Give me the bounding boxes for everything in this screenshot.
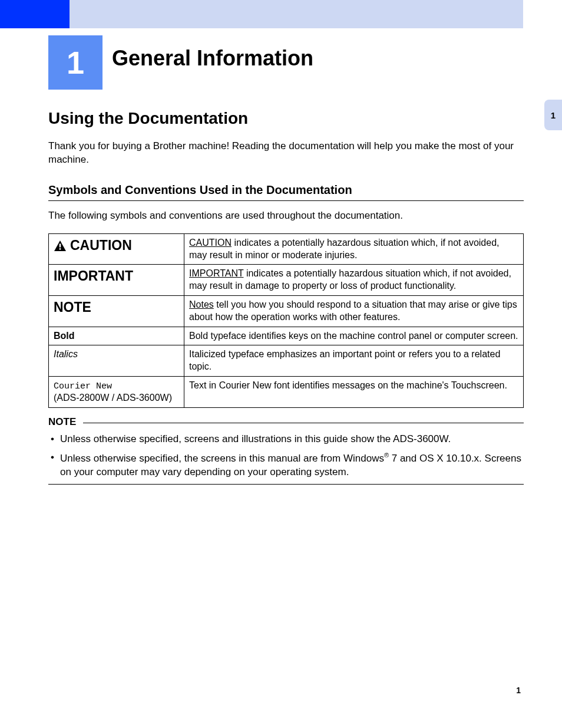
caution-text: CAUTION	[70, 237, 132, 255]
warning-icon	[54, 240, 67, 252]
courier-label-cell: Courier New (ADS-2800W / ADS-3600W)	[49, 376, 184, 407]
courier-desc: Text in Courier New font identifies mess…	[184, 376, 524, 407]
header-blue-block	[0, 0, 70, 28]
bold-desc: Bold typeface identifies keys on the mac…	[184, 327, 524, 345]
note-label: NOTE	[54, 299, 91, 317]
page-content: Using the Documentation Thank you for bu…	[48, 109, 524, 490]
note-desc: Notes tell you how you should respond to…	[184, 296, 524, 327]
svg-rect-1	[59, 248, 61, 250]
caution-label: CAUTION	[54, 237, 132, 255]
subsection-intro: The following symbols and conventions ar…	[48, 209, 524, 223]
important-label: IMPORTANT	[54, 268, 133, 285]
chapter-number-box: 1	[48, 35, 103, 90]
table-row: Bold Bold typeface identifies keys on th…	[49, 327, 524, 345]
courier-label: Courier New	[54, 381, 112, 391]
table-row: Italics Italicized typeface emphasizes a…	[49, 345, 524, 377]
list-item: Unless otherwise specified, the screens …	[48, 451, 524, 479]
note-box: NOTE Unless otherwise specified, screens…	[48, 416, 524, 490]
subsection-title: Symbols and Conventions Used in the Docu…	[48, 183, 524, 197]
section-title: Using the Documentation	[48, 109, 524, 128]
subsection-rule	[48, 200, 524, 201]
note-box-label: NOTE	[48, 416, 83, 428]
note-box-header: NOTE	[48, 416, 524, 428]
conventions-table: CAUTION CAUTION indicates a potentially …	[48, 233, 524, 408]
bold-label: Bold	[54, 331, 75, 341]
italics-desc: Italicized typeface emphasizes an import…	[184, 345, 524, 377]
side-tab: 1	[544, 100, 562, 130]
list-item: Unless otherwise specified, screens and …	[48, 433, 524, 446]
table-row: CAUTION CAUTION indicates a potentially …	[49, 233, 524, 265]
svg-rect-0	[59, 243, 61, 247]
section-intro: Thank you for buying a Brother machine! …	[48, 140, 524, 167]
courier-sub: (ADS-2800W / ADS-3600W)	[54, 393, 172, 403]
note-list: Unless otherwise specified, screens and …	[48, 433, 524, 479]
caution-desc: CAUTION indicates a potentially hazardou…	[184, 233, 524, 265]
table-row: IMPORTANT IMPORTANT indicates a potentia…	[49, 265, 524, 296]
important-desc: IMPORTANT indicates a potentially hazard…	[184, 265, 524, 296]
chapter-title: General Information	[112, 46, 313, 71]
note-box-rule	[83, 423, 524, 423]
table-row: Courier New (ADS-2800W / ADS-3600W) Text…	[49, 376, 524, 407]
table-row: NOTE Notes tell you how you should respo…	[49, 296, 524, 327]
header-light-block	[70, 0, 523, 28]
note-bottom-rule	[48, 484, 524, 485]
italics-label: Italics	[54, 349, 78, 359]
page-number: 1	[516, 686, 521, 695]
